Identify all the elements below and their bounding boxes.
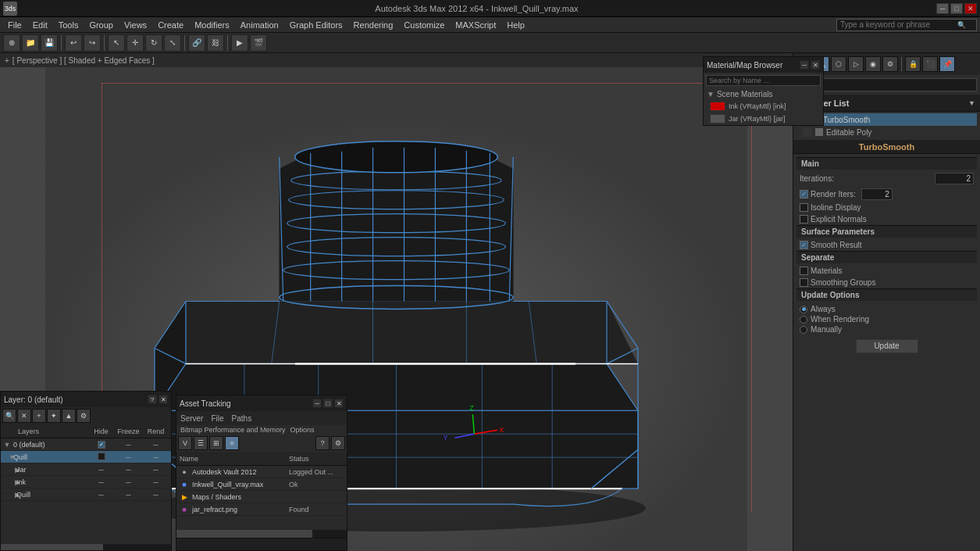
search-icon[interactable]: 🔍: [957, 21, 966, 29]
asset-list[interactable]: ● Autodesk Vault 2012 Logged Out ... ■ I…: [176, 466, 347, 530]
layer-render-quill[interactable]: ─: [142, 453, 169, 461]
menu-file[interactable]: File: [3, 19, 27, 31]
rp-display-btn[interactable]: ◉: [865, 56, 881, 72]
asset-scrollbar-thumb[interactable]: [176, 530, 312, 538]
update-button[interactable]: Update: [856, 339, 918, 353]
toolbar-open[interactable]: 📁: [22, 34, 39, 52]
mat-browser-close[interactable]: ✕: [811, 60, 820, 70]
toolbar-new[interactable]: ⊕: [3, 34, 20, 52]
mat-search-input[interactable]: [706, 75, 821, 86]
asset-menu-bitmap[interactable]: Bitmap Performance and Memory: [178, 426, 288, 434]
rp-lock-btn[interactable]: 🔒: [905, 56, 921, 72]
menu-graph-editors[interactable]: Graph Editors: [285, 19, 347, 31]
radio-when-rendering[interactable]: When Rendering: [800, 314, 974, 324]
toolbar-render[interactable]: ▶: [231, 34, 248, 52]
toolbar-unlink[interactable]: ⛓: [207, 34, 224, 52]
mod-check-editable-poly[interactable]: [803, 127, 812, 137]
asset-menu-options[interactable]: Options: [288, 426, 317, 434]
mat-item-ink[interactable]: Ink (VRayMtl) [ink]: [704, 100, 823, 113]
render-iters-input[interactable]: [861, 188, 893, 200]
layer-render-0[interactable]: ─: [142, 441, 169, 449]
layer-freeze-ink[interactable]: ─: [115, 478, 142, 486]
modifier-editable-poly[interactable]: Editable Poly: [796, 126, 977, 138]
rp-pin-btn[interactable]: 📌: [939, 56, 955, 72]
radio-when-rendering-circle[interactable]: [800, 316, 807, 324]
menu-modifiers[interactable]: Modifiers: [190, 19, 234, 31]
layer-render-quill2[interactable]: ─: [142, 491, 169, 499]
menu-create[interactable]: Create: [153, 19, 188, 31]
toolbar-rotate[interactable]: ↻: [145, 34, 162, 52]
layers-help[interactable]: ?: [148, 395, 157, 404]
rp-hierarchy-btn[interactable]: ⬡: [831, 56, 846, 72]
menu-maxscript[interactable]: MAXScript: [451, 19, 501, 31]
toolbar-undo[interactable]: ↩: [65, 34, 82, 52]
layer-freeze-jar[interactable]: ─: [115, 466, 142, 474]
radio-always-circle[interactable]: [800, 306, 807, 313]
layer-expand-quill2[interactable]: ▶: [2, 491, 15, 499]
lay-btn-new[interactable]: 🔍: [2, 409, 16, 423]
layer-render-ink[interactable]: ─: [142, 478, 169, 486]
explicit-normals-checkbox[interactable]: [800, 215, 808, 224]
search-input[interactable]: [840, 20, 957, 29]
layer-freeze-quill[interactable]: ─: [115, 453, 142, 461]
toolbar-link[interactable]: 🔗: [188, 34, 205, 52]
asset-maximize[interactable]: □: [323, 399, 333, 408]
asset-menu-server[interactable]: Server: [178, 414, 205, 423]
radio-manually[interactable]: Manually: [800, 324, 974, 335]
layer-hide-quill2[interactable]: ─: [87, 491, 115, 499]
toolbar-select[interactable]: ↖: [108, 34, 125, 52]
close-button[interactable]: ✕: [964, 3, 977, 14]
asset-menu-file[interactable]: File: [208, 414, 226, 423]
menu-rendering[interactable]: Rendering: [349, 19, 398, 31]
menu-tools[interactable]: Tools: [54, 19, 84, 31]
menu-help[interactable]: Help: [502, 19, 529, 31]
asset-row-jar-refract[interactable]: ■ jar_refract.png Found: [176, 503, 347, 516]
rp-motion-btn[interactable]: ▷: [848, 56, 864, 72]
layer-expand-quill[interactable]: ▼: [2, 453, 12, 461]
smoothing-groups-checkbox[interactable]: [800, 278, 808, 287]
lay-btn-add[interactable]: +: [32, 409, 46, 423]
lay-btn-delete[interactable]: ✕: [17, 409, 31, 423]
toolbar-save[interactable]: 💾: [41, 34, 58, 52]
asset-btn-help[interactable]: ?: [315, 436, 330, 450]
layers-scrollbar[interactable]: [1, 544, 171, 550]
radio-always[interactable]: Always: [800, 304, 974, 314]
layers-scrollbar-thumb[interactable]: [1, 544, 103, 550]
lay-btn-move[interactable]: ▲: [62, 409, 76, 423]
asset-menu-paths[interactable]: Paths: [230, 414, 255, 423]
toolbar-scale[interactable]: ⤡: [164, 34, 181, 52]
modifier-list-dropdown[interactable]: ▼: [968, 99, 975, 107]
layer-expand-0[interactable]: ▼: [2, 441, 12, 449]
lay-btn-select[interactable]: ✦: [47, 409, 61, 423]
minimize-button[interactable]: ─: [936, 3, 949, 14]
layers-close[interactable]: ✕: [159, 395, 168, 404]
layer-expand-jar[interactable]: ▶: [2, 466, 15, 474]
layer-hide-jar[interactable]: ─: [87, 466, 115, 474]
layer-expand-ink[interactable]: ▶: [2, 478, 15, 486]
maximize-button[interactable]: □: [950, 3, 963, 14]
menu-edit[interactable]: Edit: [28, 19, 52, 31]
asset-row-vault[interactable]: ● Autodesk Vault 2012 Logged Out ...: [176, 466, 347, 478]
smooth-result-checkbox[interactable]: ✓: [800, 241, 808, 249]
asset-btn-grid[interactable]: ⊞: [209, 436, 223, 450]
asset-minimize[interactable]: ─: [312, 399, 322, 408]
asset-close[interactable]: ✕: [334, 399, 344, 408]
layer-hide-ink[interactable]: ─: [87, 478, 115, 486]
mat-browser-minimize[interactable]: ─: [800, 60, 809, 70]
layer-hide-quill[interactable]: [87, 453, 115, 462]
layer-row-0[interactable]: ▼ 0 (default) ✓ ─ ─: [1, 438, 171, 451]
layer-freeze-quill2[interactable]: ─: [115, 491, 142, 499]
menu-views[interactable]: Views: [119, 19, 151, 31]
layers-list[interactable]: ▼ 0 (default) ✓ ─ ─ ▼ Quill ─ ─ ▶ Jar ─ …: [1, 438, 171, 544]
lay-btn-settings[interactable]: ⚙: [77, 409, 91, 423]
material-browser-header[interactable]: Material/Map Browser ─ ✕: [704, 57, 823, 73]
render-iters-checkbox[interactable]: ✓: [800, 190, 808, 199]
toolbar-redo[interactable]: ↪: [84, 34, 101, 52]
layer-row-ink[interactable]: ▶ Ink ─ ─ ─: [1, 476, 171, 488]
toolbar-render-frame[interactable]: 🎬: [250, 34, 267, 52]
materials-checkbox[interactable]: [800, 267, 808, 275]
rp-unlock-btn[interactable]: ⬛: [922, 56, 938, 72]
radio-manually-circle[interactable]: [800, 326, 807, 334]
asset-btn-detail[interactable]: ≡: [225, 436, 239, 450]
asset-btn-list[interactable]: ☰: [194, 436, 208, 450]
